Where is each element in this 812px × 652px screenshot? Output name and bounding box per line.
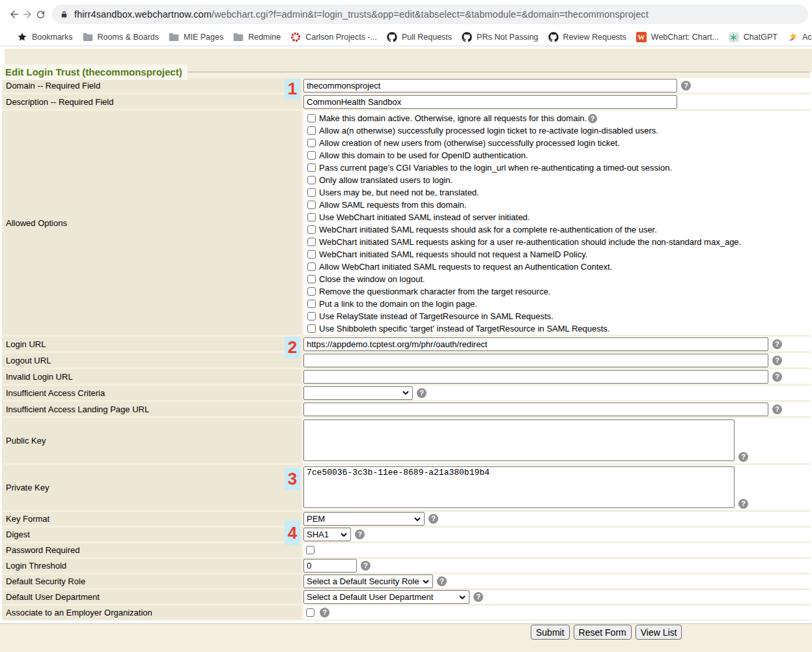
checkbox[interactable] (307, 300, 316, 308)
allowed-option-item: Allow this domain to be used for OpenID … (307, 149, 741, 162)
invalid-login-url-input[interactable] (303, 370, 768, 384)
help-icon[interactable]: ? (428, 514, 438, 524)
help-icon[interactable]: ? (772, 339, 782, 349)
checkbox[interactable] (307, 287, 316, 296)
bookmark-chatgpt[interactable]: ChatGPT (729, 32, 777, 42)
submit-button[interactable]: Submit (531, 625, 570, 640)
checkbox[interactable] (307, 126, 316, 135)
reset-form-button[interactable]: Reset Form (574, 625, 632, 640)
help-icon[interactable]: ? (361, 561, 371, 571)
logout-url-input[interactable] (303, 354, 768, 367)
help-icon[interactable]: ? (417, 388, 427, 398)
folder-icon (169, 32, 179, 42)
row-default-security-role: Default Security Role Select a Default S… (2, 574, 810, 588)
checkbox-label: Allow creation of new users from (otherw… (319, 138, 620, 148)
checkbox[interactable] (307, 176, 316, 184)
invalid-login-url-label: Invalid Login URL (6, 372, 73, 382)
associate-employer-checkbox[interactable] (306, 608, 315, 617)
bookmark-webchart[interactable]: W WebChart: Chart... (636, 32, 719, 42)
default-security-role-select[interactable]: Select a Default Security Role (303, 574, 433, 588)
row-default-user-department: Default User Department Select a Default… (2, 590, 810, 604)
checkbox-label: Users may be, but need not be, translate… (319, 188, 479, 197)
allowed-option-item: WebChart initiated SAML requests should … (307, 248, 741, 261)
domain-input[interactable] (303, 79, 677, 92)
insufficient-access-landing-input[interactable] (303, 403, 768, 416)
help-icon[interactable]: ? (473, 592, 483, 602)
reload-button[interactable] (34, 6, 47, 23)
bookmark-acc[interactable]: Acc (787, 32, 812, 42)
checkbox[interactable] (307, 201, 316, 209)
private-key-label: Private Key (6, 483, 49, 492)
bookmark-label: Bookmarks (32, 33, 73, 42)
description-input[interactable] (303, 95, 677, 109)
url-bar[interactable]: fhirr4sandbox.webchartnow.com/webchart.c… (52, 5, 808, 24)
help-icon[interactable]: ? (772, 356, 782, 365)
allowed-option-item: WebChart initiated SAML requests asking … (307, 236, 741, 248)
back-button[interactable] (8, 6, 21, 23)
row-digest: Digest SHA1 ? (2, 528, 810, 541)
row-public-key: Public Key ? (2, 418, 810, 463)
bookmark-prs-not-passing[interactable]: PRs Not Passing (462, 32, 538, 42)
default-user-department-select[interactable]: Select a Default User Department (303, 590, 469, 604)
help-icon[interactable]: ? (437, 576, 447, 586)
bookmark-pull-requests[interactable]: Pull Requests (387, 32, 452, 42)
checkbox[interactable] (307, 139, 316, 147)
checkbox[interactable] (307, 151, 316, 160)
select-value: SHA1 (307, 530, 329, 539)
insufficient-access-criteria-label: Insufficient Access Criteria (6, 388, 105, 398)
checkbox[interactable] (307, 275, 316, 283)
checkbox[interactable] (307, 163, 316, 172)
checkbox[interactable] (307, 262, 316, 271)
bookmark-mie-pages[interactable]: MIE Pages (169, 32, 223, 42)
forward-button[interactable] (21, 6, 34, 23)
private-key-textarea[interactable]: 7ce50036-3c3b-11ee-8689-a21a380b19b4 (303, 466, 735, 508)
page-content: Edit Login Trust (thecommonsproject) Dom… (0, 49, 812, 652)
default-user-department-label: Default User Department (6, 592, 100, 602)
help-icon[interactable]: ? (355, 530, 365, 539)
checkbox-label: Allow a(n otherwise) successfully proces… (319, 126, 658, 135)
key-format-label: Key Format (6, 514, 49, 524)
help-icon[interactable]: ? (588, 114, 597, 123)
help-icon[interactable]: ? (772, 404, 782, 414)
login-url-input[interactable] (303, 337, 768, 351)
checkbox-label: WebChart initiated SAML requests should … (319, 249, 587, 259)
checkbox[interactable] (307, 114, 316, 122)
checkbox-label: Make this domain active. Otherwise, igno… (319, 113, 587, 123)
key-format-select[interactable]: PEM (303, 512, 425, 526)
password-required-checkbox[interactable] (306, 546, 315, 554)
help-icon[interactable]: ? (772, 372, 782, 382)
bookmark-rooms-boards[interactable]: Rooms & Boards (83, 32, 159, 42)
page-title: Edit Login Trust (thecommonsproject) (2, 64, 188, 80)
checkbox[interactable] (307, 312, 316, 320)
folder-icon (233, 32, 244, 42)
help-icon[interactable]: ? (738, 499, 748, 509)
allowed-option-item: Allow creation of new users from (otherw… (307, 137, 741, 149)
checkbox[interactable] (307, 250, 316, 259)
chevron-down-icon (341, 533, 347, 537)
view-list-button[interactable]: View List (636, 625, 682, 640)
row-insufficient-access-criteria: Insufficient Access Criteria ? (2, 386, 810, 400)
checkbox-label: Allow this domain to be used for OpenID … (319, 150, 528, 160)
github-icon (548, 32, 559, 42)
bookmark-bookmarks[interactable]: Bookmarks (17, 32, 73, 42)
github-icon (462, 32, 472, 42)
default-security-role-label: Default Security Role (6, 576, 85, 586)
help-icon[interactable]: ? (320, 608, 329, 617)
help-icon[interactable]: ? (738, 452, 748, 462)
public-key-textarea[interactable] (303, 419, 735, 461)
help-icon[interactable]: ? (681, 81, 691, 91)
allowed-option-item: Use RelayState instead of TargetResource… (307, 310, 741, 322)
bookmark-review-requests[interactable]: Review Requests (548, 32, 626, 42)
checkbox[interactable] (307, 225, 316, 234)
checkbox[interactable] (307, 213, 316, 221)
select-value: Select a Default User Department (307, 592, 433, 602)
checkbox[interactable] (307, 324, 316, 333)
bookmark-carlson-projects[interactable]: Carlson Projects -... (290, 32, 377, 42)
checkbox[interactable] (307, 188, 316, 197)
checkbox[interactable] (307, 238, 316, 246)
insufficient-access-criteria-select[interactable] (303, 386, 413, 400)
bookmark-redmine[interactable]: Redmine (233, 32, 281, 42)
login-threshold-input[interactable] (303, 559, 357, 573)
digest-select[interactable]: SHA1 (303, 528, 351, 541)
select-value: PEM (307, 514, 325, 524)
